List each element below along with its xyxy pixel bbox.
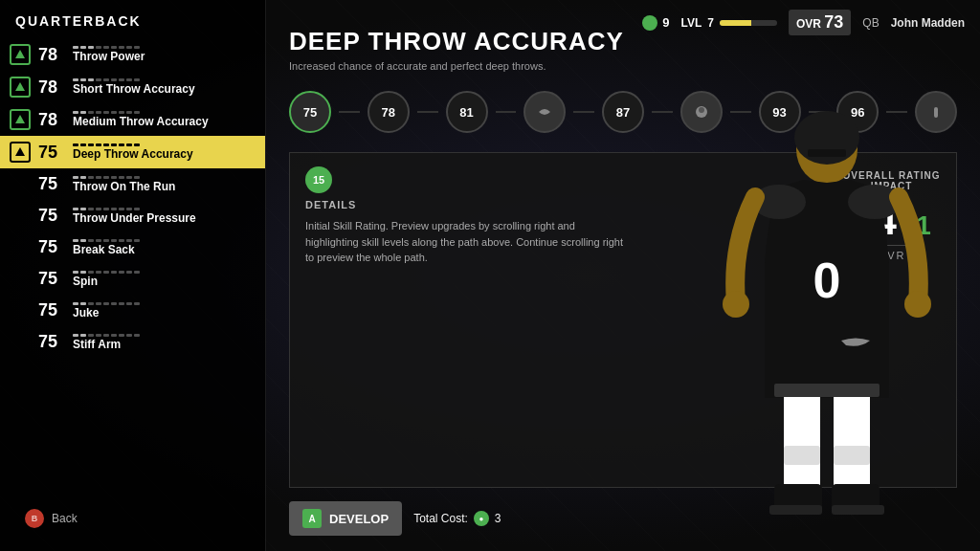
svg-rect-17 bbox=[832, 505, 884, 515]
skill-item-stiff-arm[interactable]: 75 Stiff Arm bbox=[0, 326, 265, 358]
skill-info: Throw On The Run bbox=[73, 176, 175, 193]
sidebar: QUARTERBACK 78 Throw Power 78 S bbox=[0, 0, 266, 551]
total-cost: Total Cost: ● 3 bbox=[413, 511, 501, 526]
develop-label: Develop bbox=[329, 512, 389, 526]
skill-name: Deep Throw Accuracy bbox=[73, 147, 193, 161]
player-figure: 0 bbox=[693, 92, 961, 551]
skill-dots bbox=[73, 302, 140, 305]
skill-dots bbox=[73, 176, 175, 179]
skill-item-medium-throw-accuracy[interactable]: 78 Medium Throw Accuracy bbox=[0, 103, 265, 136]
total-cost-value: 3 bbox=[495, 512, 501, 525]
coins-value: 9 bbox=[662, 15, 669, 30]
skill-rating: 75 bbox=[38, 237, 65, 257]
skill-dots bbox=[73, 78, 195, 81]
back-label: Back bbox=[52, 512, 78, 525]
skill-item-throw-power[interactable]: 78 Throw Power bbox=[0, 38, 265, 71]
svg-rect-11 bbox=[834, 393, 870, 489]
skill-rating: 75 bbox=[38, 174, 65, 194]
path-node-81[interactable]: 81 bbox=[446, 91, 488, 133]
path-connector bbox=[496, 111, 517, 113]
svg-rect-16 bbox=[769, 505, 822, 515]
skill-name: Throw On The Run bbox=[73, 180, 175, 193]
skill-rating: 75 bbox=[38, 269, 65, 289]
skill-item-short-throw-accuracy[interactable]: 78 Short Throw Accuracy bbox=[0, 71, 265, 103]
cost-icon: ● bbox=[474, 511, 489, 526]
skill-name: Break Sack bbox=[73, 243, 140, 256]
skill-dots bbox=[73, 111, 209, 114]
coins-display: 9 bbox=[642, 15, 669, 31]
skill-name: Juke bbox=[73, 306, 140, 320]
skill-info: Deep Throw Accuracy bbox=[73, 143, 193, 161]
skill-item-deep-throw-accuracy[interactable]: 75 Deep Throw Accuracy bbox=[0, 136, 265, 168]
player-area: 0 bbox=[674, 0, 980, 551]
skill-name: Spin bbox=[73, 275, 140, 288]
skill-info: Spin bbox=[73, 271, 140, 288]
skill-name: Stiff Arm bbox=[73, 338, 140, 351]
path-node-icon-throw[interactable] bbox=[523, 91, 566, 133]
skill-rating: 78 bbox=[38, 45, 65, 65]
skill-upgrade-icon bbox=[10, 109, 31, 130]
skill-upgrade-icon bbox=[10, 44, 31, 65]
back-icon: B bbox=[25, 509, 44, 528]
svg-rect-13 bbox=[834, 446, 870, 465]
path-node-87[interactable]: 87 bbox=[602, 91, 644, 133]
svg-rect-10 bbox=[784, 393, 820, 489]
path-connector bbox=[652, 111, 673, 113]
skill-dots bbox=[73, 46, 145, 49]
svg-point-9 bbox=[904, 291, 931, 318]
skill-info: Short Throw Accuracy bbox=[73, 78, 195, 96]
path-connector bbox=[417, 111, 438, 113]
coin-icon bbox=[642, 15, 657, 31]
position-title: QUARTERBACK bbox=[0, 0, 265, 38]
skill-rating: 75 bbox=[38, 332, 65, 352]
skill-info: Medium Throw Accuracy bbox=[73, 111, 209, 128]
skill-name: Throw Under Pressure bbox=[73, 211, 196, 225]
skill-rating: 75 bbox=[38, 206, 65, 226]
path-node-75[interactable]: 75 bbox=[289, 91, 331, 133]
develop-button[interactable]: A Develop bbox=[289, 501, 402, 536]
level-indicator: 15 bbox=[305, 166, 332, 193]
skill-rating: 75 bbox=[38, 300, 65, 320]
skill-dots bbox=[73, 334, 140, 337]
path-connector bbox=[573, 111, 594, 113]
skill-dots bbox=[73, 239, 140, 242]
skill-name: Medium Throw Accuracy bbox=[73, 115, 209, 128]
main-container: QUARTERBACK 78 Throw Power 78 S bbox=[0, 0, 980, 551]
skill-rating: 78 bbox=[38, 110, 65, 130]
skill-item-juke[interactable]: 75 Juke bbox=[0, 295, 265, 326]
skill-dots bbox=[73, 271, 140, 274]
skill-name: Short Throw Accuracy bbox=[73, 82, 195, 96]
skill-info: Break Sack bbox=[73, 239, 140, 256]
svg-text:0: 0 bbox=[813, 253, 841, 308]
develop-icon: A bbox=[302, 509, 322, 528]
skill-info: Throw Power bbox=[73, 46, 145, 63]
skill-info: Stiff Arm bbox=[73, 334, 140, 351]
skill-upgrade-icon bbox=[10, 77, 31, 98]
skill-info: Juke bbox=[73, 302, 140, 320]
skill-dots bbox=[73, 208, 196, 210]
skill-rating: 75 bbox=[38, 143, 65, 163]
skill-name: Throw Power bbox=[73, 50, 145, 63]
svg-rect-4 bbox=[808, 149, 846, 157]
skill-dots bbox=[73, 143, 193, 146]
skill-rating: 78 bbox=[38, 77, 65, 98]
path-node-78[interactable]: 78 bbox=[368, 91, 410, 133]
skill-info: Throw Under Pressure bbox=[73, 208, 196, 225]
svg-rect-12 bbox=[784, 446, 820, 465]
skill-item-spin[interactable]: 75 Spin bbox=[0, 263, 265, 295]
back-button[interactable]: B Back bbox=[15, 497, 280, 540]
skill-item-throw-under-pressure[interactable]: 75 Throw Under Pressure bbox=[0, 200, 265, 231]
details-text: Initial Skill Rating. Preview upgrades b… bbox=[305, 218, 631, 266]
svg-rect-18 bbox=[774, 384, 880, 397]
skills-list: 78 Throw Power 78 Short Throw Accuracy bbox=[0, 38, 265, 358]
skill-item-break-sack[interactable]: 75 Break Sack bbox=[0, 231, 265, 263]
skill-upgrade-icon bbox=[10, 142, 31, 163]
svg-point-8 bbox=[723, 291, 749, 318]
path-connector bbox=[339, 111, 360, 113]
total-cost-label: Total Cost: bbox=[413, 512, 468, 525]
skill-item-throw-on-the-run[interactable]: 75 Throw On The Run bbox=[0, 168, 265, 200]
